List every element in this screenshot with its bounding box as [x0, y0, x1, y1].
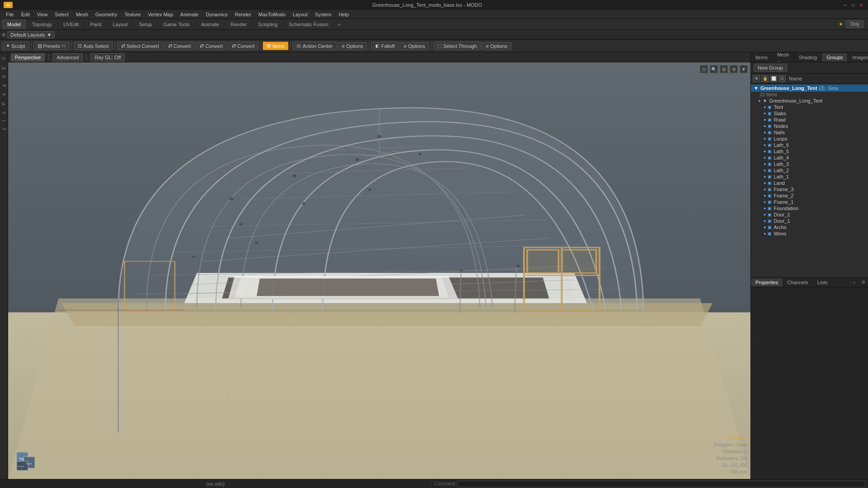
tab-schematic[interactable]: Schematic Fusion: [283, 19, 334, 29]
tree-item-lath6[interactable]: ● ▣ Lath_6: [751, 142, 868, 148]
rbot-properties-tab[interactable]: Properties: [751, 278, 783, 286]
rbot-expand-btn[interactable]: +: [850, 278, 859, 286]
rt-mesh-btn[interactable]: ⬜: [770, 75, 777, 82]
tree-item-lath5[interactable]: ● ▣ Lath_5: [751, 148, 868, 155]
convert-button-2[interactable]: ⇄ Convert: [196, 42, 227, 50]
menu-select[interactable]: Select: [52, 11, 72, 18]
items-button[interactable]: ⊞ Items: [263, 42, 288, 50]
menu-render[interactable]: Render: [232, 11, 255, 18]
menu-vertex-map[interactable]: Vertex Map: [145, 11, 176, 18]
sidebar-poly[interactable]: g: [0, 82, 7, 90]
tab-game-tools[interactable]: Game Tools: [158, 19, 196, 29]
tab-layout[interactable]: Layout: [107, 19, 133, 29]
rt-check-btn[interactable]: ☑: [778, 75, 786, 82]
sidebar-e[interactable]: E: [0, 64, 7, 72]
tree-item-lath1[interactable]: ● ▣ Lath_1: [751, 174, 868, 180]
action-center-button[interactable]: ◎ Action Center: [292, 42, 337, 50]
tree-item-door1[interactable]: ● ▣ Door_1: [751, 218, 868, 224]
tab-setup[interactable]: Setup: [133, 19, 158, 29]
tree-item-frame1[interactable]: ● ▣ Frame_1: [751, 199, 868, 205]
tab-uvedit[interactable]: UVEdit: [58, 19, 85, 29]
rbot-settings-btn[interactable]: ⚙: [859, 278, 868, 286]
minimize-button[interactable]: ─: [842, 2, 848, 8]
menu-edit[interactable]: Edit: [18, 11, 33, 18]
viewport-icon-home[interactable]: ⊡: [700, 65, 708, 73]
sidebar-v[interactable]: V: [0, 54, 7, 63]
rbot-lists-tab[interactable]: Lists: [813, 278, 832, 286]
sidebar-y[interactable]: y: [0, 125, 7, 133]
sidebar-p[interactable]: P: [0, 99, 7, 108]
viewport-ragl-tab[interactable]: Ray GL: Off: [90, 53, 125, 61]
tab-scripting[interactable]: Scripting: [253, 19, 283, 29]
viewport-advanced-tab[interactable]: Advanced: [52, 53, 83, 61]
rtab-groups[interactable]: Groups: [822, 53, 848, 61]
tab-topology[interactable]: Topology: [27, 19, 58, 29]
menu-system[interactable]: System: [312, 11, 335, 18]
convert-button-3[interactable]: ⇄ Convert: [228, 42, 259, 50]
tab-paint[interactable]: Paint: [85, 19, 107, 29]
rtab-shading[interactable]: Shading: [794, 53, 822, 61]
falloff-button[interactable]: ◐ Falloff: [371, 42, 399, 50]
auto-select-button[interactable]: ⊡ Auto Select: [74, 42, 113, 50]
options-button-3[interactable]: ≡ Options: [482, 42, 511, 50]
viewport-icon-camera[interactable]: 🔍: [710, 65, 718, 73]
select-convert-button[interactable]: ⇄ Select Convert: [117, 42, 163, 50]
tree-item-archs[interactable]: ● ▣ Archs: [751, 224, 868, 230]
sidebar-l[interactable]: l: [0, 117, 7, 124]
tree-item-nails[interactable]: ● ▣ Nails: [751, 129, 868, 136]
new-group-button[interactable]: New Group: [754, 64, 787, 72]
sidebar-o[interactable]: o: [0, 109, 7, 117]
menu-geometry[interactable]: Geometry: [92, 11, 120, 18]
tree-group-header[interactable]: ▼ Greenhouse_Long_Tent (2) : Grou: [751, 84, 868, 92]
tree-item-loops[interactable]: ● ▣ Loops: [751, 136, 868, 142]
tree-item-road[interactable]: ● ▣ Road: [751, 117, 868, 123]
layout-selector[interactable]: Default Layouts ▼: [7, 31, 55, 38]
tree-item-slabs[interactable]: ● ▣ Slabs: [751, 110, 868, 117]
sculpt-button[interactable]: ✦ Sculpt: [2, 42, 29, 50]
tree-item-foundation[interactable]: ● ▣ Foundation: [751, 205, 868, 211]
menu-maxtomodo[interactable]: MaxToModo: [255, 11, 289, 18]
sidebar-dge[interactable]: d: [0, 73, 7, 81]
menu-mesh[interactable]: Mesh: [73, 11, 91, 18]
menu-animate[interactable]: Animate: [177, 11, 202, 18]
viewport-icon-settings[interactable]: ⚙: [730, 65, 738, 73]
only-button[interactable]: Only: [846, 20, 863, 28]
tab-add-button[interactable]: +: [334, 19, 344, 29]
tree-item-door2[interactable]: ● ▣ Door_2: [751, 211, 868, 218]
tab-model[interactable]: Model: [2, 19, 27, 29]
menu-layout[interactable]: Layout: [290, 11, 311, 18]
scene-tree[interactable]: ▼ Greenhouse_Long_Tent (2) : Grou 22 Ite…: [751, 84, 868, 277]
tree-item-frame2[interactable]: ● ▣ Frame_2: [751, 192, 868, 199]
rtab-images[interactable]: Images: [848, 53, 868, 61]
rtab-mesh[interactable]: Mesh ...: [773, 51, 794, 64]
tree-item-land[interactable]: ● ▣ Land: [751, 180, 868, 186]
tree-item-lath2[interactable]: ● ▣ Lath_2: [751, 167, 868, 174]
menu-view[interactable]: View: [34, 11, 51, 18]
tree-item-tent[interactable]: ● ▣ Tent: [751, 104, 868, 110]
options-button-1[interactable]: ≡ Options: [338, 42, 367, 50]
tree-item-lath4[interactable]: ● ▣ Lath_4: [751, 155, 868, 161]
close-button[interactable]: ✕: [858, 2, 864, 8]
viewport-icon-snap[interactable]: ⊞: [720, 65, 728, 73]
viewport-3d[interactable]: ⊡ 🔍 ⊞ ⚙ ▼ Top Right Front No Items: [8, 62, 750, 479]
tree-item-wires[interactable]: ● ▣ Wires: [751, 230, 868, 237]
select-through-button[interactable]: ⬚ Select Through: [433, 42, 481, 50]
menu-texture[interactable]: Texture: [121, 11, 144, 18]
rt-eye-btn[interactable]: 👁: [753, 75, 760, 82]
convert-button-1[interactable]: ⇄ Convert: [164, 42, 195, 50]
command-input[interactable]: [457, 481, 865, 487]
rtab-items[interactable]: Items: [751, 53, 773, 61]
options-button-2[interactable]: ≡ Options: [400, 42, 429, 50]
tree-item-nodes[interactable]: ● ▣ Nodes: [751, 123, 868, 129]
menu-help[interactable]: Help: [335, 11, 352, 18]
rt-lock-btn[interactable]: 🔒: [761, 75, 769, 82]
tab-animate[interactable]: Animate: [196, 19, 225, 29]
menu-file[interactable]: File: [3, 11, 17, 18]
tree-item-frame3[interactable]: ● ▣ Frame_3: [751, 186, 868, 192]
tab-render[interactable]: Render: [225, 19, 253, 29]
rbot-channels-tab[interactable]: Channels: [783, 278, 812, 286]
viewport-perspective-tab[interactable]: Perspective: [11, 53, 45, 61]
sidebar-e2[interactable]: e: [0, 90, 7, 99]
presets-button[interactable]: ▤ Presets Fil: [33, 42, 70, 50]
tree-item-greenhouse[interactable]: ● ▼ Greenhouse_Long_Tent: [751, 98, 868, 104]
